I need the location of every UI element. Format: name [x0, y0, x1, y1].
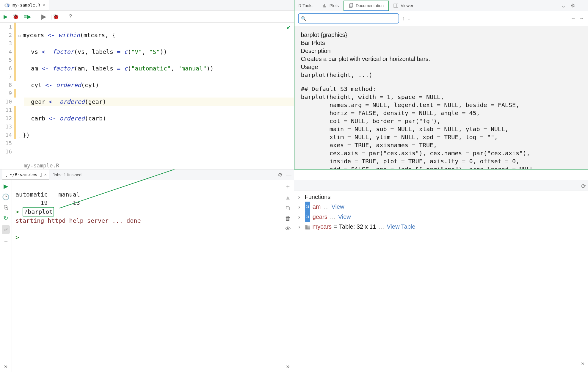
doc-section-description: Description: [301, 47, 581, 55]
minimize-icon[interactable]: —: [578, 2, 588, 9]
search-icon: 🔍: [301, 16, 306, 21]
ellipsis-icon: …: [323, 202, 329, 211]
svg-rect-5: [325, 6, 326, 7]
documentation-icon: [349, 3, 353, 8]
code-text[interactable]: ⊟mycars <- within(mtcars, { vs <- factor…: [15, 23, 294, 161]
run-icon[interactable]: ▶: [4, 13, 8, 20]
tab-plots[interactable]: Plots: [318, 0, 344, 11]
nav-back-icon[interactable]: ←: [570, 15, 576, 22]
console-line: starting httpd help server ... done: [15, 217, 141, 224]
export-icon[interactable]: ⎘: [4, 204, 8, 211]
debug-selection-icon[interactable]: |🐞: [51, 13, 59, 20]
var-name: mycars: [313, 222, 332, 231]
svg-rect-3: [323, 5, 324, 7]
var-description: = Table: 32 x 11: [334, 222, 376, 231]
restart-icon[interactable]: ↻: [3, 214, 8, 222]
doc-description-text: Creates a bar plot with vertical or hori…: [301, 55, 581, 63]
copy-icon[interactable]: ⧉: [286, 205, 290, 211]
doc-usage-block: ## Default S3 method: barplot(height, wi…: [301, 85, 581, 169]
up-icon[interactable]: ▲: [285, 194, 291, 201]
editor-tab[interactable]: R my-sample.R ×: [0, 0, 49, 10]
tree-row-functions[interactable]: ›Functions: [298, 192, 584, 202]
console-prompt[interactable]: >: [15, 234, 19, 241]
history-icon[interactable]: 🕑: [2, 193, 10, 200]
add-icon[interactable]: ＋: [3, 238, 9, 246]
r-tools-tabstrip: R Tools: Plots Documentation Viewer ⌄ ⚙ …: [294, 0, 588, 11]
caret-icon: ›: [298, 212, 302, 222]
history-down-icon[interactable]: ↓: [408, 15, 410, 22]
close-icon[interactable]: ×: [44, 172, 46, 177]
close-icon[interactable]: ×: [43, 2, 45, 7]
gear-icon[interactable]: ⚙: [568, 2, 578, 9]
svg-rect-7: [350, 3, 353, 7]
view-link[interactable]: View: [332, 202, 344, 211]
caret-icon: ›: [298, 202, 302, 211]
console-right-toolbar: ＋ ▲ ⧉ 🗑 👁 »: [282, 180, 294, 372]
visibility-icon[interactable]: 👁: [285, 225, 291, 232]
doc-body[interactable]: barplot {graphics} Bar Plots Description…: [294, 26, 588, 169]
console-command-highlight: ?barplot: [23, 207, 54, 216]
gear-icon[interactable]: ⚙: [278, 172, 283, 178]
env-tabstrip: [294, 180, 588, 191]
tab-plots-label: Plots: [330, 3, 339, 8]
int-badge-icon: 01: [305, 212, 310, 222]
chevron-down-icon[interactable]: ⌄: [559, 2, 568, 9]
console-tab[interactable]: [ ~/R-samples ] ×: [2, 169, 49, 180]
refresh-icon[interactable]: ⟳: [581, 183, 586, 190]
line-gutter: 12345678910111213141516: [0, 23, 15, 161]
console-line: 19 13: [15, 199, 80, 206]
tree-row-mycars[interactable]: ›▦ mycars = Table: 32 x 11 … View Table: [298, 222, 584, 231]
help-icon[interactable]: ?: [69, 13, 72, 20]
tab-documentation[interactable]: Documentation: [344, 1, 389, 11]
svg-rect-4: [324, 4, 325, 7]
code-area[interactable]: ✔ 12345678910111213141516 ⊟mycars <- wit…: [0, 23, 294, 161]
add-icon[interactable]: ＋: [285, 183, 291, 191]
tab-viewer[interactable]: Viewer: [389, 0, 418, 11]
ellipsis-icon: …: [378, 222, 384, 231]
history-up-icon[interactable]: ↑: [402, 15, 405, 22]
console-output[interactable]: automatic manual 19 13 > ?barplot starti…: [12, 180, 282, 372]
jobs-status[interactable]: Jobs: 1 finished: [53, 172, 81, 177]
editor-panel: R my-sample.R × ▶ 🐞 ≡▶ |▶ |🐞 ? ✔ 1234567…: [0, 0, 294, 169]
console-prompt: >: [15, 208, 19, 215]
editor-tab-filename: my-sample.R: [12, 3, 40, 7]
view-link[interactable]: View: [338, 212, 351, 222]
console-tabstrip: [ ~/R-samples ] × Jobs: 1 finished ⚙ —: [0, 169, 294, 180]
more-icon[interactable]: »: [4, 363, 7, 372]
console-line: automatic manual: [15, 191, 80, 198]
table-icon: ▦: [305, 222, 310, 231]
minimize-icon[interactable]: —: [286, 172, 291, 178]
editor-tabstrip: R my-sample.R ×: [0, 0, 294, 11]
caret-icon: ›: [298, 222, 302, 231]
run-selection-icon[interactable]: |▶: [41, 13, 47, 20]
nav-forward-icon[interactable]: →: [579, 15, 584, 22]
ellipsis-icon: …: [330, 212, 336, 222]
tree-row-gears[interactable]: ›01 gears … View: [298, 212, 584, 222]
toolbar-separator: [64, 13, 64, 20]
view-table-link[interactable]: View Table: [387, 222, 415, 231]
tree-row-am[interactable]: ›01 am … View: [298, 202, 584, 212]
viewer-icon: [393, 3, 398, 8]
svg-text:R: R: [7, 4, 9, 8]
doc-search-input[interactable]: [308, 16, 396, 21]
editor-toolbar: ▶ 🐞 ≡▶ |▶ |🐞 ?: [0, 11, 294, 23]
softwrap-icon[interactable]: ⤶: [2, 225, 10, 234]
doc-section-usage: Usage: [301, 63, 581, 71]
r-tools-panel: R Tools: Plots Documentation Viewer ⌄ ⚙ …: [294, 0, 588, 169]
more-icon[interactable]: »: [581, 360, 586, 367]
tab-viewer-label: Viewer: [401, 3, 413, 8]
plots-icon: [322, 3, 327, 8]
more-icon[interactable]: »: [286, 363, 289, 372]
int-badge-icon: 01: [305, 202, 310, 212]
trash-icon[interactable]: 🗑: [285, 215, 291, 222]
tab-documentation-label: Documentation: [356, 3, 384, 8]
run-icon[interactable]: ▶: [4, 183, 8, 190]
environment-panel: ›Parent environments ›Functions ›01 am ……: [294, 169, 588, 372]
doc-search-row: 🔍 ↑ ↓ ← →: [294, 11, 588, 26]
debug-icon[interactable]: 🐞: [12, 13, 19, 20]
r-tools-label: R Tools:: [294, 3, 318, 8]
debug-lines-icon[interactable]: ≡▶: [24, 13, 31, 20]
doc-search-box[interactable]: 🔍: [298, 13, 399, 23]
doc-heading: Bar Plots: [301, 39, 581, 47]
editor-breadcrumb: my-sample.R: [0, 161, 294, 169]
